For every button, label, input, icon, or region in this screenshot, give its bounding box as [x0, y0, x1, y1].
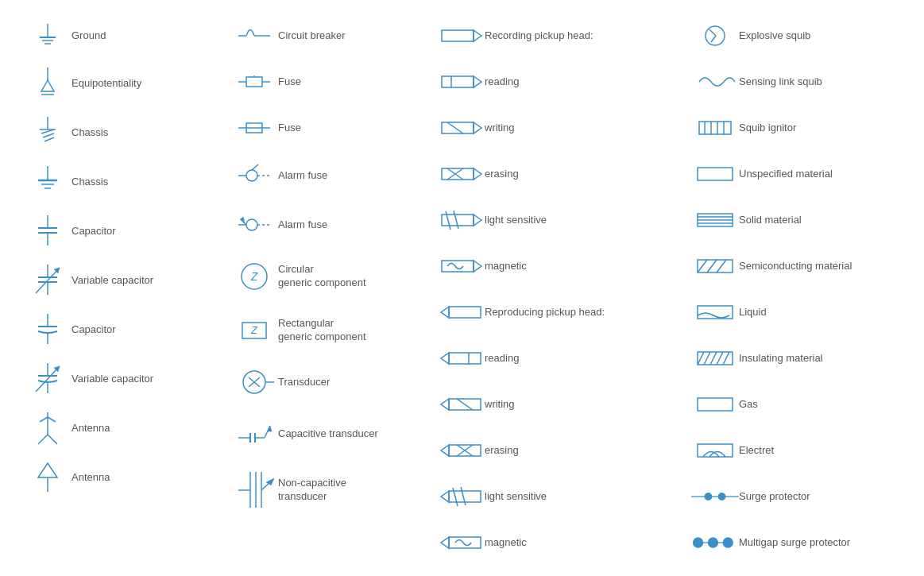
non-capacitive-transducer-icon — [230, 468, 278, 512]
circular-generic-icon: Z — [230, 257, 278, 296]
svg-line-139 — [711, 36, 716, 42]
chassis1-label: Chassis — [72, 126, 108, 140]
list-item: Variable capacitor — [24, 263, 215, 298]
semiconducting-material-icon — [691, 256, 739, 276]
list-item: Insulating material — [691, 342, 924, 374]
list-item: Z Circular generic component — [230, 257, 421, 296]
reproducing-reading-label: reading — [485, 352, 519, 365]
column-4: Explosive squib Sensing link squib S — [683, 16, 924, 576]
svg-line-152 — [707, 260, 717, 273]
multigap-surge-protector-icon — [691, 533, 739, 552]
rectangular-generic-icon: Z — [230, 311, 278, 350]
recording-writing-label: writing — [485, 122, 515, 135]
svg-marker-86 — [474, 122, 481, 133]
svg-line-160 — [723, 352, 729, 365]
alarm-fuse2-icon — [230, 207, 278, 242]
capacitor2-label: Capacitor — [72, 323, 116, 337]
svg-marker-97 — [474, 261, 481, 272]
svg-marker-110 — [441, 491, 449, 502]
svg-point-56 — [246, 219, 257, 230]
svg-line-105 — [457, 399, 473, 410]
capacitor1-icon — [24, 214, 72, 249]
recording-magnetic-icon — [437, 254, 485, 278]
reproducing-light-icon — [437, 484, 485, 509]
list-item: writing — [437, 112, 675, 144]
alarm-fuse1-label: Alarm fuse — [278, 169, 327, 183]
solid-material-label: Solid material — [739, 214, 802, 227]
svg-marker-103 — [441, 399, 449, 410]
list-item: Capacitor — [24, 312, 215, 347]
recording-magnetic-label: magnetic — [485, 260, 527, 273]
non-capacitive-transducer-label: Non-capacitive transducer — [278, 477, 346, 504]
list-item: Chassis — [24, 115, 215, 150]
explosive-squib-icon — [691, 21, 739, 50]
solid-material-icon — [691, 210, 739, 230]
list-item: Positive pulse — [437, 573, 675, 576]
unspecified-material-icon — [691, 164, 739, 184]
reproducing-erasing-label: erasing — [485, 444, 519, 458]
list-item: Antenna — [24, 460, 215, 495]
liquid-label: Liquid — [739, 306, 767, 319]
transducer-icon — [230, 365, 278, 400]
svg-rect-101 — [449, 353, 481, 364]
alarm-fuse2-label: Alarm fuse — [278, 218, 327, 232]
svg-line-53 — [252, 164, 258, 170]
circular-generic-label: Circular generic component — [278, 263, 366, 290]
reproducing-head-label: Reproducing pickup head: — [485, 306, 605, 319]
fuse2-icon — [230, 112, 278, 144]
list-item: Valve surge protector — [691, 573, 924, 576]
svg-marker-98 — [441, 307, 449, 318]
capacitive-transducer-icon — [230, 414, 278, 454]
list-item: Z Rectangular generic component — [230, 311, 421, 350]
list-item: Reproducing pickup head: — [437, 296, 675, 328]
recording-writing-icon — [437, 116, 485, 140]
svg-line-138 — [709, 29, 716, 36]
fuse2-label: Fuse — [278, 122, 301, 135]
column-2: Circuit breaker Fuse — [222, 16, 429, 576]
recording-head-label: Recording pickup head: — [485, 29, 593, 43]
svg-marker-114 — [441, 537, 449, 548]
surge-protector-icon — [691, 487, 739, 506]
circuit-breaker-label: Circuit breaker — [278, 29, 346, 43]
variable-capacitor1-label: Variable capacitor — [72, 274, 153, 288]
list-item: Fuse — [230, 112, 421, 144]
insulating-material-label: Insulating material — [739, 352, 823, 365]
svg-point-172 — [723, 538, 733, 547]
antenna1-icon — [24, 411, 72, 446]
list-item: Multigap surge protector — [691, 527, 924, 559]
list-item: Squib ignitor — [691, 112, 924, 144]
svg-point-52 — [246, 170, 257, 181]
recording-erasing-label: erasing — [485, 168, 519, 181]
svg-marker-100 — [441, 353, 449, 364]
reproducing-light-label: light sensitive — [485, 490, 547, 504]
svg-line-156 — [698, 352, 704, 365]
equipotentiality-label: Equipotentiality — [72, 77, 141, 91]
column-1: Ground Equipotentiality — [16, 16, 222, 576]
list-item: Alarm fuse — [230, 158, 421, 193]
recording-erasing-icon — [437, 162, 485, 186]
equipotentiality-icon — [24, 66, 72, 101]
reproducing-magnetic-icon — [437, 531, 485, 555]
fuse1-icon — [230, 66, 278, 98]
squib-ignitor-icon — [691, 114, 739, 142]
insulating-material-icon — [691, 348, 739, 369]
reproducing-reading-icon — [437, 346, 485, 370]
list-item: Explosive squib — [691, 20, 924, 52]
svg-line-158 — [710, 352, 717, 365]
list-item: Ground — [24, 20, 215, 52]
list-item: light sensitive — [437, 204, 675, 236]
list-item: Variable capacitor — [24, 361, 215, 396]
svg-rect-161 — [698, 398, 733, 411]
svg-rect-82 — [442, 76, 474, 87]
sensing-link-squib-icon — [691, 70, 739, 94]
list-item: Non-capacitive transducer — [230, 468, 421, 512]
list-item: Antenna — [24, 411, 215, 446]
svg-line-157 — [704, 352, 710, 365]
svg-line-10 — [43, 133, 54, 137]
variable-capacitor2-label: Variable capacitor — [72, 373, 153, 386]
antenna2-label: Antenna — [72, 471, 110, 485]
reproducing-writing-icon — [437, 392, 485, 416]
svg-marker-93 — [474, 215, 481, 226]
antenna2-icon — [24, 460, 72, 495]
reproducing-erasing-icon — [437, 439, 485, 462]
